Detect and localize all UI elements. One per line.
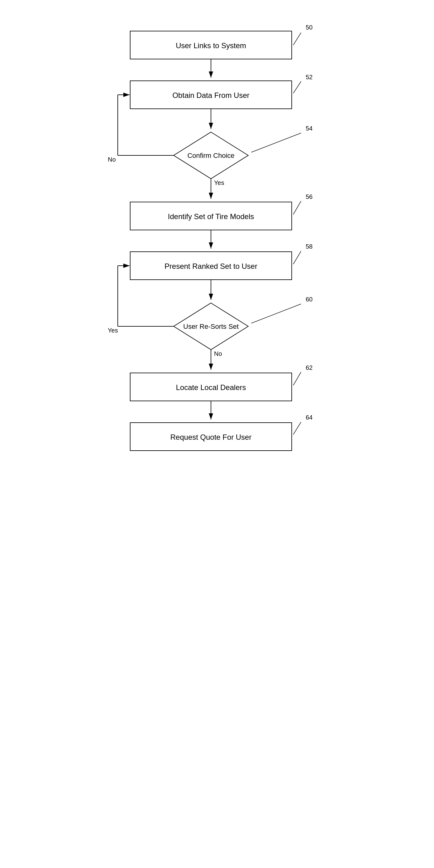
ref-50: 50 xyxy=(306,24,313,31)
ref-60: 60 xyxy=(306,296,313,303)
ref-line-62 xyxy=(293,372,301,385)
ref-58: 58 xyxy=(306,243,313,250)
flowchart-diagram: User Links to System 50 Obtain Data From… xyxy=(93,12,341,851)
ref-64: 64 xyxy=(306,414,313,421)
ref-line-58 xyxy=(293,251,301,264)
ref-line-64 xyxy=(293,422,301,434)
label-resort: User Re-Sorts Set xyxy=(183,322,239,330)
label-obtain-data: Obtain Data From User xyxy=(172,91,249,99)
label-no-confirm: No xyxy=(108,156,116,163)
label-request-quote: Request Quote For User xyxy=(170,433,251,441)
ref-line-56 xyxy=(293,201,301,214)
label-locate-dealers: Locate Local Dealers xyxy=(176,383,246,392)
label-no-resort: No xyxy=(214,350,222,357)
ref-56: 56 xyxy=(306,193,313,200)
ref-line-52 xyxy=(293,82,301,93)
ref-62: 62 xyxy=(306,364,313,371)
label-user-links: User Links to System xyxy=(176,41,246,50)
label-yes-confirm: Yes xyxy=(214,179,224,186)
label-confirm-choice: Confirm Choice xyxy=(187,152,235,159)
label-present-ranked: Present Ranked Set to User xyxy=(164,262,257,270)
ref-54: 54 xyxy=(306,125,313,132)
label-identify-tires: Identify Set of Tire Models xyxy=(168,212,254,221)
ref-line-54 xyxy=(251,133,301,152)
flowchart-svg: User Links to System 50 Obtain Data From… xyxy=(93,12,341,851)
label-yes-resort: Yes xyxy=(108,327,118,334)
ref-line-50 xyxy=(293,33,301,45)
ref-52: 52 xyxy=(306,74,313,81)
ref-line-60 xyxy=(251,304,301,323)
